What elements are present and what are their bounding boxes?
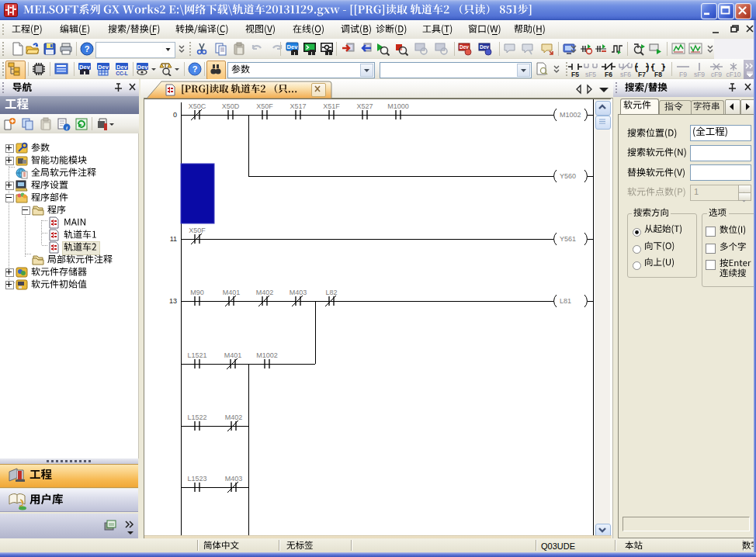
svg-text:M401: M401 — [223, 289, 241, 296]
svg-text:Y560: Y560 — [560, 172, 576, 180]
svg-text:M1000: M1000 — [387, 102, 409, 110]
svg-text:0: 0 — [173, 111, 177, 119]
svg-text:L81: L81 — [560, 297, 571, 305]
svg-text:13: 13 — [169, 297, 177, 305]
svg-text:Dev: Dev — [98, 64, 109, 71]
svg-text:M401: M401 — [224, 351, 242, 359]
svg-text:i: i — [66, 125, 68, 131]
svg-text:?: ? — [85, 44, 90, 54]
svg-text:X527: X527 — [356, 102, 373, 110]
svg-text:M1002: M1002 — [256, 351, 278, 359]
svg-text:M402: M402 — [256, 289, 274, 296]
svg-text:X517: X517 — [290, 102, 306, 110]
svg-text:M403: M403 — [225, 475, 243, 483]
svg-text:?: ? — [192, 64, 198, 74]
svg-text:M1002: M1002 — [560, 111, 581, 119]
svg-text:M90: M90 — [190, 289, 204, 296]
svg-text:X50C: X50C — [189, 102, 206, 110]
svg-text:L1523: L1523 — [187, 475, 206, 483]
svg-text:L82: L82 — [325, 289, 337, 296]
svg-text:Dev: Dev — [137, 64, 149, 71]
svg-text:11: 11 — [170, 235, 177, 243]
svg-text:M402: M402 — [225, 413, 243, 421]
svg-text:L1521: L1521 — [187, 351, 206, 359]
svg-text:Dev: Dev — [116, 64, 128, 71]
svg-text:Dev: Dev — [287, 43, 299, 50]
svg-text:Y561: Y561 — [560, 235, 576, 243]
svg-text:X50F: X50F — [189, 227, 206, 234]
svg-text:M403: M403 — [290, 289, 307, 296]
svg-text:L1522: L1522 — [187, 413, 206, 421]
svg-text:X50D: X50D — [222, 102, 240, 110]
svg-text:X51F: X51F — [323, 102, 340, 110]
svg-text:CC-L: CC-L — [116, 71, 128, 76]
svg-text:X50F: X50F — [256, 102, 273, 110]
